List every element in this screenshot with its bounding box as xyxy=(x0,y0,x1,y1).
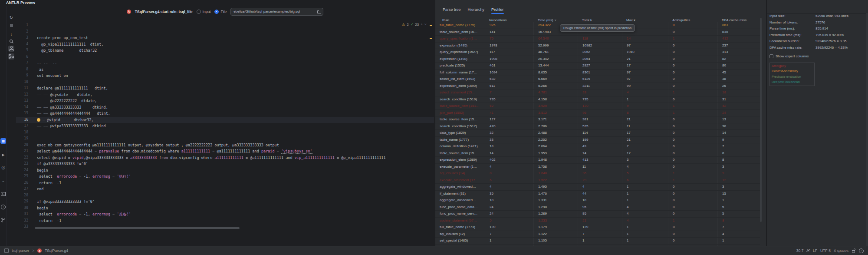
line-ending[interactable]: LF xyxy=(813,248,817,253)
profiler-row[interactable]: execute_parameter (1…41.75811403 xyxy=(435,164,760,171)
parse-tree-icon[interactable] xyxy=(8,53,14,60)
code-line[interactable] xyxy=(28,136,37,142)
code-line[interactable]: —— —— @vipa333333333333 dtkind xyxy=(28,123,106,129)
code-line[interactable]: declare @a1111111111111 dtint, xyxy=(28,85,108,92)
prev-problem-icon[interactable]: ˄ xyxy=(421,23,423,26)
code-line[interactable]: —— —— @a333333333333 dtkind, xyxy=(28,104,108,111)
code-line[interactable]: —— —— @a2222222222 dtdate, xyxy=(28,98,97,104)
code-line[interactable]: —— —— @a4444444444444444 dtint, xyxy=(28,110,110,117)
profiler-row[interactable]: predicate (1525)46113.444292717080 xyxy=(435,63,760,70)
profiler-row[interactable]: aggregate_windowed…181.33118101 xyxy=(435,197,760,204)
next-problem-icon[interactable]: ˅ xyxy=(424,23,427,26)
code-line[interactable]: if @vipa333333333333 !='0' xyxy=(28,199,95,205)
tab-profiler[interactable]: Profiler xyxy=(491,7,504,14)
intention-bulb-icon[interactable] xyxy=(37,118,40,122)
terminal-icon[interactable] xyxy=(0,191,6,197)
panel-scrollbar[interactable] xyxy=(866,13,868,246)
code-line[interactable] xyxy=(28,22,37,29)
radio-selected-icon[interactable] xyxy=(214,10,219,14)
checkbox-unchecked-icon[interactable] xyxy=(769,54,773,58)
inspections-widget[interactable]: ⚠ 2 ✓ 23 ˄ ˅ xyxy=(402,23,427,26)
code-line[interactable]: select @vipid = vipid,@vipa333333333333 … xyxy=(28,155,386,161)
code-editor[interactable]: 123create proc up_com_test4 @p_vipa11111… xyxy=(16,17,434,245)
breadcrumb-file[interactable]: TSqlParser.g4 xyxy=(45,248,68,253)
profiler-row[interactable]: full_column_name (17…10948.635830197045 xyxy=(435,70,760,76)
code-line[interactable]: as xyxy=(28,66,43,73)
code-line[interactable]: @p_vipa1111111111111 dtint, xyxy=(28,41,104,48)
code-line[interactable]: select errorcode = -1, errormsg = '执行!' xyxy=(28,173,131,180)
profiler-row[interactable]: query_expression (1527)11748.76120621910… xyxy=(435,49,760,56)
profiler-row[interactable]: query_specification (1…7664.540118141412 xyxy=(435,36,760,43)
profiler-row[interactable]: data_type (1829)322.48811417014 xyxy=(435,130,760,137)
profiler-row[interactable]: table_source_item (15…141.959741708 xyxy=(435,150,760,157)
window-icon[interactable] xyxy=(4,248,9,253)
profiler-row[interactable]: select_list_elem (1592)6326.669612997038 xyxy=(435,76,760,83)
browse-file-icon[interactable] xyxy=(317,10,321,13)
profiler-row[interactable]: column_definition (1421)182.06449707 xyxy=(435,143,760,150)
profiler-row[interactable]: table_source_item (15…1273.17138121013 xyxy=(435,116,760,123)
antlr-preview-icon[interactable]: ▦ xyxy=(0,138,6,144)
run-icon[interactable]: ▶ xyxy=(0,152,6,158)
profiler-row[interactable]: expression (1495)197852.99910982970237 xyxy=(435,43,760,50)
code-line[interactable]: return -1 xyxy=(28,218,61,224)
code-line[interactable]: — @vipid dtchar32, xyxy=(28,117,94,123)
profiler-row[interactable]: expression (1498)199820.342206421082 xyxy=(435,56,760,63)
indent-setting[interactable]: 4 spaces xyxy=(834,248,848,253)
caret-position[interactable]: 30:7 xyxy=(796,248,804,253)
code-line[interactable]: select errorcode = -1, errormsg = '准备!' xyxy=(28,211,131,218)
input-radio[interactable]: Input xyxy=(197,10,211,14)
profiler-row[interactable]: set_special (1485)11.1051101 xyxy=(435,238,760,245)
tab-hierarchy[interactable]: Hierarchy xyxy=(468,7,485,14)
file-path-field[interactable]: ebelice/Github/tsql-parser/examples/big.… xyxy=(230,8,323,16)
profiler-row[interactable]: execute_statement (17…61.522296112 xyxy=(435,177,760,184)
profiler-row[interactable]: table_name (1777)332.2521992109 xyxy=(435,137,760,144)
tab-parse-tree[interactable]: Parse tree xyxy=(443,7,461,14)
code-line[interactable]: begin xyxy=(28,205,48,212)
code-line[interactable] xyxy=(28,129,37,136)
profiler-row[interactable]: full_table_name (1773)1391.179139107 xyxy=(435,224,760,231)
error-indicator-icon[interactable]: ! xyxy=(859,248,864,253)
lock-open-icon[interactable] xyxy=(852,248,856,253)
antlr-tool-icon[interactable]: Ⓐ xyxy=(0,165,6,171)
refresh-icon[interactable]: ↻ xyxy=(8,14,14,20)
code-line[interactable]: select @a4444444444444444 = paravalue fr… xyxy=(28,148,312,155)
breadcrumb-project[interactable]: tsql-parser xyxy=(12,248,29,253)
error-stripe-mark[interactable] xyxy=(430,25,432,26)
code-line[interactable]: -- -- -- xyxy=(28,60,57,66)
radio-unselected-icon[interactable] xyxy=(197,10,201,14)
profiler-row[interactable]: select_statement (15…74.781284118 xyxy=(435,89,760,96)
encoding[interactable]: UTF-8 xyxy=(820,248,831,253)
editor-horizontal-scrollbar[interactable] xyxy=(35,227,240,229)
profiler-row[interactable]: update_statement (67…51.23321418 xyxy=(435,218,760,225)
profiler-row[interactable]: search_condition (1517)4702.78652511030 xyxy=(435,123,760,130)
file-radio[interactable]: File xyxy=(214,10,227,14)
profiler-row[interactable]: aggregate_windowed…41.4954103 xyxy=(435,184,760,191)
profiler-row[interactable]: sql_clauses (12)71.1227104 xyxy=(435,231,760,238)
code-line[interactable]: set nocount on xyxy=(28,73,68,79)
code-line[interactable] xyxy=(28,54,37,60)
code-line[interactable]: exec nb_com_getsysconfig @a1111111111111… xyxy=(28,142,279,149)
profiler-row[interactable]: expression_elem (1589)4021.948413308 xyxy=(435,157,760,164)
code-line[interactable] xyxy=(28,79,37,86)
layers-icon[interactable]: ≡ xyxy=(0,178,6,184)
no-edit-icon[interactable]: ✎ xyxy=(806,248,810,253)
problems-icon[interactable]: ! xyxy=(0,204,6,210)
profiler-row[interactable]: func_proc_name_serv…241.28995405 xyxy=(435,211,760,218)
profiler-row[interactable]: if_statement (31)351.476441015 xyxy=(435,191,760,198)
search-icon[interactable] xyxy=(8,38,14,44)
code-line[interactable]: create proc up_com_test xyxy=(28,35,88,41)
code-line[interactable]: return -1 xyxy=(28,180,61,186)
code-line[interactable]: @p_tblname dtchar32 xyxy=(28,47,97,54)
code-line[interactable]: —— —— @sysdate dtdate, xyxy=(28,92,92,98)
table-vertical-scrollbar[interactable] xyxy=(760,18,762,222)
stop-icon[interactable] xyxy=(8,22,14,28)
error-stripe-mark[interactable] xyxy=(430,38,432,39)
jump-to-source-icon[interactable]: ↓ xyxy=(8,31,14,37)
profiler-icon[interactable] xyxy=(8,46,14,52)
code-line[interactable] xyxy=(28,29,37,35)
profiler-row[interactable]: sql_clauses (14)81.64036519 xyxy=(435,170,760,177)
code-line[interactable]: begin xyxy=(28,167,48,174)
code-line[interactable] xyxy=(28,192,37,199)
profiler-row[interactable]: join_part (1552)413.512968124 xyxy=(435,110,760,117)
profiler-row[interactable]: search_condition (1519)7354.1587351031 xyxy=(435,96,760,103)
